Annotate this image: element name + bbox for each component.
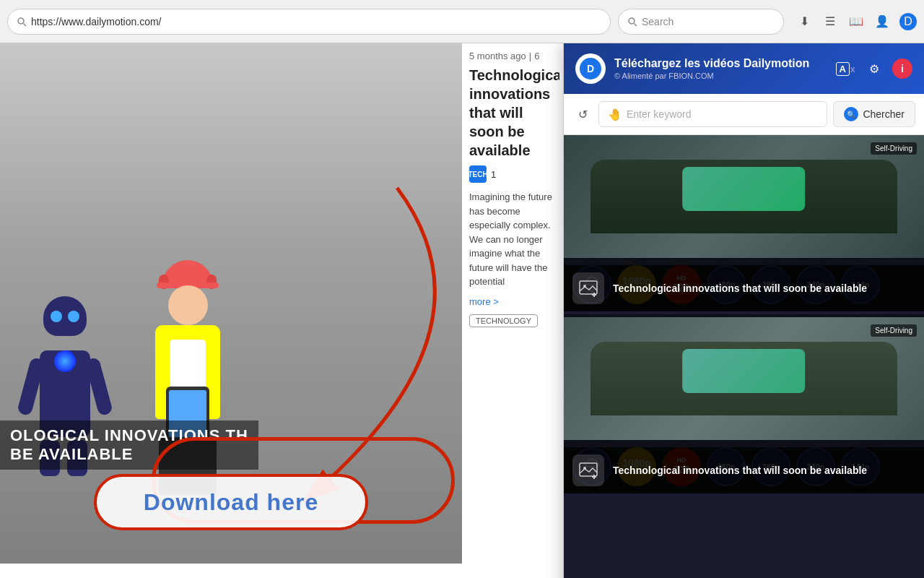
popup-logo-inner: D	[580, 58, 601, 79]
svg-point-0	[18, 18, 24, 24]
popup-header-icons: A x ⚙ i	[834, 58, 912, 79]
extension-icon[interactable]: D	[899, 13, 917, 30]
input-emoji: 🤚	[608, 108, 622, 121]
video-card-2: Self-Driving Technological innovations t…	[564, 317, 924, 493]
refresh-button[interactable]: ↺	[572, 104, 593, 124]
download-overlay[interactable]: Download here	[58, 470, 404, 535]
video-views: 6	[534, 51, 539, 61]
video-card-thumb-2: Self-Driving	[564, 317, 924, 440]
video-player[interactable]: OLOGICAL INNOVATIONS TH BE AVAILABLE Dow…	[0, 43, 462, 564]
robot-eye-left	[51, 311, 62, 322]
browser-bar: https://www.dailymotion.com/ Search ⬇ ☰ …	[0, 0, 924, 43]
search-placeholder: Search	[642, 16, 674, 27]
image-plus-icon-2	[578, 460, 598, 480]
car-dash-1	[590, 160, 897, 233]
card-title-2: Technological innovations that will soon…	[613, 464, 867, 477]
settings-icon[interactable]: ⚙	[863, 58, 885, 79]
video-meta: 5 months ago | 6	[469, 51, 552, 61]
channel-abbr: TECH	[468, 171, 487, 178]
keyword-input[interactable]: 🤚 Enter keyword	[598, 101, 827, 127]
card-title-1: Technological innovations that will soon…	[613, 282, 867, 295]
browser-search-bar[interactable]: Search	[618, 9, 784, 35]
card-thumb-icon-1	[572, 272, 604, 304]
self-driving-badge-2: Self-Driving	[871, 324, 917, 337]
card-info-bar-1: Technological innovations that will soon…	[564, 265, 924, 311]
download-label: Download here	[144, 489, 318, 516]
tag-row: TECHNOLOGY	[469, 314, 552, 327]
address-bar[interactable]: https://www.dailymotion.com/	[7, 9, 611, 35]
browser-toolbar: ⬇ ☰ 📖 👤 D	[796, 13, 917, 30]
video-description: Imagining the future has become especial…	[469, 190, 552, 289]
bookmarks-icon[interactable]: ☰	[821, 13, 839, 30]
worker-vest	[155, 325, 220, 419]
keyword-placeholder: Enter keyword	[627, 108, 691, 120]
popup-title-block: Téléchargez les vidéos Dailymotion © Ali…	[614, 57, 826, 80]
video-age: 5 months ago	[469, 51, 526, 61]
robot-eye-right	[68, 311, 79, 322]
translate-icon[interactable]: A x	[834, 58, 856, 79]
worker-hardhat	[162, 260, 213, 285]
profile-icon[interactable]: 👤	[873, 13, 891, 30]
popup-title: Téléchargez les vidéos Dailymotion	[614, 57, 826, 70]
content-area: OLOGICAL INNOVATIONS TH BE AVAILABLE Dow…	[0, 43, 924, 578]
reader-icon[interactable]: 📖	[847, 13, 865, 30]
video-card-1: Self-Driving Technological innovations t…	[564, 135, 924, 311]
search-icon	[17, 17, 27, 27]
video-title: Technological innovations that will soon…	[469, 66, 552, 160]
ear-protection-right	[206, 275, 217, 289]
video-separator: |	[529, 51, 531, 61]
search-icon-btn: 🔍	[844, 107, 858, 121]
worker-face	[168, 285, 208, 325]
car-screen-1	[683, 167, 806, 211]
popup-logo: D	[575, 53, 606, 84]
svg-line-3	[635, 23, 637, 26]
read-more-link[interactable]: more >	[469, 296, 499, 307]
download-icon[interactable]: ⬇	[796, 13, 813, 30]
chercher-button[interactable]: 🔍 Chercher	[833, 101, 915, 127]
video-scene: OLOGICAL INNOVATIONS TH BE AVAILABLE Dow…	[0, 43, 462, 564]
ear-protection-left	[159, 275, 169, 289]
extension-popup: D Téléchargez les vidéos Dailymotion © A…	[563, 43, 924, 578]
car-interior-1	[564, 135, 924, 258]
svg-point-2	[629, 18, 635, 24]
info-icon[interactable]: i	[892, 59, 912, 79]
robot-chest-light	[54, 350, 76, 372]
car-interior-2	[564, 317, 924, 440]
channel-count: 1	[491, 169, 496, 180]
popup-cards-list: Self-Driving Technological innovations t…	[564, 135, 924, 578]
self-driving-badge-1: Self-Driving	[871, 142, 917, 155]
channel-icon[interactable]: TECH	[469, 165, 487, 183]
page-info: 5 months ago | 6 Technological innovatio…	[462, 43, 559, 578]
popup-logo-letter: D	[587, 63, 594, 74]
search-icon-browser	[627, 17, 637, 27]
url-text: https://www.dailymotion.com/	[31, 16, 162, 27]
card-info-bar-2: Technological innovations that will soon…	[564, 447, 924, 493]
popup-search-row: ↺ 🤚 Enter keyword 🔍 Chercher	[564, 94, 924, 135]
download-ellipse[interactable]: Download here	[94, 474, 368, 530]
video-card-thumb-1: Self-Driving	[564, 135, 924, 258]
robot-head	[43, 296, 87, 336]
popup-subtitle: © Alimenté par FBION.COM	[614, 72, 826, 80]
video-tag[interactable]: TECHNOLOGY	[469, 314, 538, 327]
popup-header: D Téléchargez les vidéos Dailymotion © A…	[564, 43, 924, 94]
svg-line-1	[24, 23, 27, 26]
card-thumb-icon-2	[572, 454, 604, 486]
car-screen-2	[683, 349, 806, 393]
image-plus-icon-1	[578, 278, 598, 298]
chercher-label: Chercher	[863, 108, 905, 120]
car-dash-2	[590, 342, 897, 415]
channel-row: TECH 1	[469, 165, 552, 183]
